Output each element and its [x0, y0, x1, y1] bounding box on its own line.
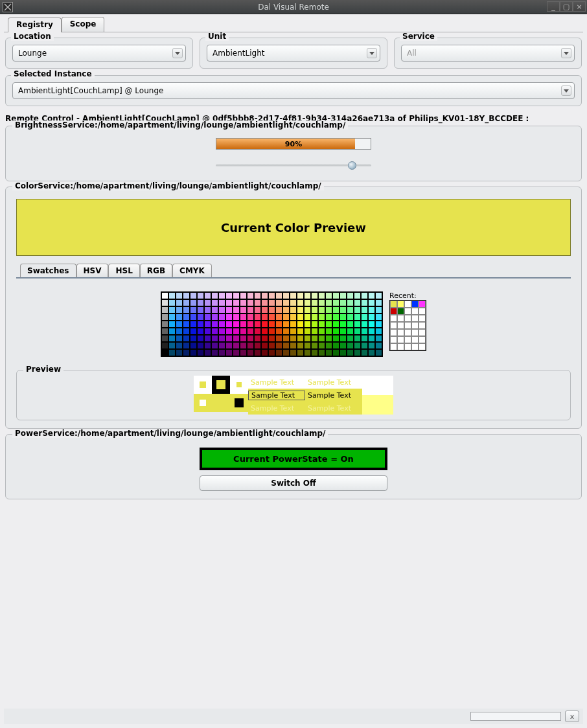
- swatch-cell[interactable]: [233, 328, 240, 335]
- minimize-button[interactable]: _: [547, 1, 560, 12]
- swatch-cell[interactable]: [247, 313, 254, 321]
- swatch-cell[interactable]: [311, 292, 318, 299]
- swatch-cell[interactable]: [204, 321, 211, 328]
- swatch-cell[interactable]: [282, 342, 290, 349]
- swatch-cell[interactable]: [247, 335, 254, 342]
- recent-swatch[interactable]: [404, 322, 411, 329]
- swatch-cell[interactable]: [176, 321, 183, 328]
- swatch-cell[interactable]: [254, 313, 261, 321]
- swatch-cell[interactable]: [375, 349, 382, 356]
- swatch-cell[interactable]: [332, 342, 340, 349]
- swatch-cell[interactable]: [218, 328, 225, 335]
- swatch-cell[interactable]: [204, 342, 211, 349]
- swatch-cell[interactable]: [340, 349, 347, 356]
- swatch-cell[interactable]: [204, 292, 211, 299]
- swatch-cell[interactable]: [297, 299, 304, 306]
- swatch-cell[interactable]: [190, 313, 197, 321]
- swatch-cell[interactable]: [176, 335, 183, 342]
- swatch-cell[interactable]: [297, 342, 304, 349]
- swatch-cell[interactable]: [211, 292, 218, 299]
- swatch-cell[interactable]: [197, 299, 204, 306]
- swatch-cell[interactable]: [297, 349, 304, 356]
- swatch-cell[interactable]: [325, 313, 332, 321]
- swatch-cell[interactable]: [375, 328, 382, 335]
- recent-swatch[interactable]: [419, 301, 426, 308]
- swatch-cell[interactable]: [340, 335, 347, 342]
- swatch-cell[interactable]: [233, 342, 240, 349]
- recent-swatch[interactable]: [411, 343, 419, 350]
- swatch-cell[interactable]: [225, 313, 233, 321]
- swatch-cell[interactable]: [183, 335, 190, 342]
- swatch-cell[interactable]: [297, 313, 304, 321]
- swatch-cell[interactable]: [225, 342, 233, 349]
- swatch-cell[interactable]: [290, 306, 297, 313]
- swatch-cell[interactable]: [340, 321, 347, 328]
- swatch-cell[interactable]: [197, 292, 204, 299]
- swatch-cell[interactable]: [361, 335, 368, 342]
- swatch-cell[interactable]: [233, 313, 240, 321]
- swatch-cell[interactable]: [268, 299, 275, 306]
- swatch-cell[interactable]: [304, 328, 311, 335]
- swatch-cell[interactable]: [304, 299, 311, 306]
- swatch-cell[interactable]: [354, 292, 361, 299]
- recent-colors[interactable]: [389, 300, 426, 351]
- swatch-cell[interactable]: [340, 292, 347, 299]
- swatch-cell[interactable]: [354, 328, 361, 335]
- swatch-cell[interactable]: [161, 328, 168, 335]
- swatch-cell[interactable]: [211, 306, 218, 313]
- swatch-cell[interactable]: [311, 299, 318, 306]
- swatch-cell[interactable]: [332, 299, 340, 306]
- swatch-cell[interactable]: [161, 313, 168, 321]
- swatch-cell[interactable]: [161, 321, 168, 328]
- recent-swatch[interactable]: [390, 343, 397, 350]
- swatch-cell[interactable]: [183, 328, 190, 335]
- swatch-cell[interactable]: [261, 292, 268, 299]
- swatch-cell[interactable]: [311, 306, 318, 313]
- swatch-cell[interactable]: [211, 321, 218, 328]
- swatch-cell[interactable]: [197, 306, 204, 313]
- swatch-cell[interactable]: [190, 342, 197, 349]
- swatch-cell[interactable]: [225, 335, 233, 342]
- swatch-cell[interactable]: [332, 292, 340, 299]
- swatch-cell[interactable]: [190, 335, 197, 342]
- recent-swatch[interactable]: [397, 308, 404, 315]
- swatch-cell[interactable]: [268, 313, 275, 321]
- swatch-cell[interactable]: [297, 321, 304, 328]
- recent-swatch[interactable]: [419, 315, 426, 322]
- swatch-cell[interactable]: [375, 292, 382, 299]
- swatch-cell[interactable]: [275, 342, 282, 349]
- recent-swatch[interactable]: [419, 308, 426, 315]
- swatch-cell[interactable]: [190, 328, 197, 335]
- swatch-cell[interactable]: [268, 328, 275, 335]
- swatch-cell[interactable]: [325, 328, 332, 335]
- instance-select[interactable]: AmbientLight[CouchLamp] @ Lounge: [12, 82, 575, 99]
- swatch-cell[interactable]: [233, 292, 240, 299]
- swatch-cell[interactable]: [261, 349, 268, 356]
- tab-registry[interactable]: Registry: [8, 17, 62, 32]
- swatch-cell[interactable]: [325, 299, 332, 306]
- swatch-cell[interactable]: [297, 335, 304, 342]
- swatch-cell[interactable]: [275, 299, 282, 306]
- swatch-cell[interactable]: [233, 349, 240, 356]
- recent-swatch[interactable]: [397, 315, 404, 322]
- swatch-cell[interactable]: [168, 306, 176, 313]
- swatch-cell[interactable]: [340, 328, 347, 335]
- tab-scope[interactable]: Scope: [62, 17, 105, 32]
- tab-cmyk[interactable]: CMYK: [172, 264, 212, 277]
- swatch-cell[interactable]: [254, 299, 261, 306]
- swatch-cell[interactable]: [375, 306, 382, 313]
- swatch-cell[interactable]: [318, 313, 325, 321]
- swatch-cell[interactable]: [361, 349, 368, 356]
- swatch-cell[interactable]: [183, 321, 190, 328]
- swatch-cell[interactable]: [290, 313, 297, 321]
- swatch-cell[interactable]: [204, 349, 211, 356]
- swatch-grid[interactable]: [161, 291, 383, 357]
- swatch-cell[interactable]: [297, 292, 304, 299]
- swatch-cell[interactable]: [240, 313, 247, 321]
- recent-swatch[interactable]: [411, 308, 419, 315]
- swatch-cell[interactable]: [282, 292, 290, 299]
- swatch-cell[interactable]: [233, 321, 240, 328]
- swatch-cell[interactable]: [304, 342, 311, 349]
- swatch-cell[interactable]: [304, 292, 311, 299]
- swatch-cell[interactable]: [268, 342, 275, 349]
